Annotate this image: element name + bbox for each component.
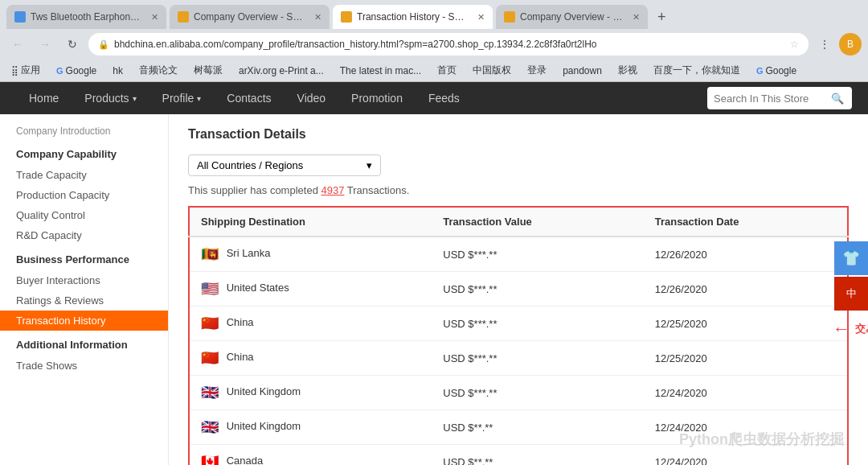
countries-regions-select[interactable]: All Countries / Regions ▾ (188, 154, 381, 176)
flag-1: 🇺🇸 (201, 281, 219, 297)
bookmark-star[interactable]: ☆ (790, 39, 799, 50)
cell-date-0: 12/26/2020 (644, 237, 848, 272)
flag-2: 🇨🇳 (201, 315, 219, 331)
bookmark-google[interactable]: G Google (51, 64, 101, 78)
cell-date-4: 12/24/2020 (644, 376, 848, 410)
nav-products[interactable]: Products ▾ (72, 82, 149, 114)
search-icon[interactable]: 🔍 (831, 93, 844, 105)
tab-label-3: Transaction History - Shenzhe... (357, 11, 469, 23)
right-sidebar-chinese-button[interactable]: 中 (834, 277, 868, 311)
nav-home[interactable]: Home (16, 82, 72, 114)
cell-destination-3: 🇨🇳 China (189, 341, 432, 376)
nav-video[interactable]: Video (285, 82, 339, 114)
nav-contacts[interactable]: Contacts (214, 82, 284, 114)
google-icon: G (56, 66, 63, 76)
sidebar-item-rd-capacity[interactable]: R&D Capacity (0, 225, 168, 245)
bookmark-google2[interactable]: G Google (751, 64, 801, 78)
right-sidebar-shirt-button[interactable]: 👕 (834, 241, 868, 275)
bookmark-video-label: 影视 (618, 64, 637, 77)
bookmark-home[interactable]: 首页 (432, 62, 461, 79)
shirt-icon: 👕 (842, 249, 860, 267)
page-content: Home Products ▾ Profile ▾ Contacts Video… (0, 82, 868, 465)
tab-2[interactable]: Company Overview - Shenzhe... ✕ (170, 5, 330, 29)
country-name-0: Sri Lanka (227, 247, 271, 259)
sidebar-item-trade-capacity[interactable]: Trade Capacity (0, 165, 168, 185)
table-container: Shipping Destination Transaction Value T… (188, 206, 849, 465)
bookmark-raspberry[interactable]: 树莓派 (189, 62, 227, 79)
chinese-label: 中 (846, 286, 857, 301)
country-name-2: China (227, 316, 254, 328)
bookmark-baidu[interactable]: 百度一下，你就知道 (649, 62, 745, 79)
flag-3: 🇨🇳 (201, 350, 219, 366)
bookmark-copyright-label: 中国版权 (473, 64, 511, 77)
forward-button[interactable]: → (34, 33, 56, 56)
annotation-text: 交易记录 (855, 322, 868, 336)
nav-feeds[interactable]: Feeds (416, 82, 473, 114)
tab-close-3[interactable]: ✕ (477, 12, 485, 23)
sidebar-company-intro[interactable]: Company Introduction (0, 122, 168, 140)
tab-4[interactable]: Company Overview - Shenzhe... ✕ (496, 5, 648, 29)
nav-promotion[interactable]: Promotion (338, 82, 416, 114)
sidebar-item-transaction-history[interactable]: Transaction History (0, 311, 168, 331)
tab-close-2[interactable]: ✕ (314, 12, 321, 23)
cell-destination-1: 🇺🇸 United States (189, 272, 432, 307)
nav-products-label: Products (84, 92, 129, 105)
bookmark-login-label: 登录 (527, 64, 547, 77)
bookmark-login[interactable]: 登录 (522, 62, 551, 79)
col-header-date: Transaction Date (644, 207, 848, 237)
table-row: 🇨🇳 China USD $***.** 12/25/2020 (189, 341, 848, 376)
tab-label-1: Tws Bluetooth Earphone Supp... (31, 11, 143, 23)
flag-4: 🇬🇧 (201, 385, 219, 401)
cell-destination-4: 🇬🇧 United Kingdom (189, 376, 432, 410)
search-input[interactable] (714, 93, 826, 105)
address-bar[interactable]: 🔒 bhdchina.en.alibaba.com/company_profil… (88, 33, 809, 56)
bookmark-audio[interactable]: 音频论文 (134, 62, 182, 79)
sidebar-item-ratings-reviews[interactable]: Ratings & Reviews (0, 290, 168, 311)
store-nav: Home Products ▾ Profile ▾ Contacts Video… (0, 82, 868, 114)
sidebar-section-capability: Company Capability (0, 140, 168, 165)
tab-1[interactable]: Tws Bluetooth Earphone Supp... ✕ (6, 5, 166, 29)
extensions-button[interactable]: ⋮ (813, 33, 836, 56)
bookmark-arxiv[interactable]: arXiv.org e-Print a... (234, 64, 329, 78)
new-tab-button[interactable]: + (651, 6, 673, 29)
cell-value-1: USD $***.** (432, 272, 643, 307)
bookmark-arxiv-label: arXiv.org e-Print a... (239, 65, 324, 76)
transaction-prefix: This supplier has completed (188, 184, 321, 196)
transaction-count-link[interactable]: 4937 (321, 184, 344, 196)
filter-select-label: All Countries / Regions (197, 159, 303, 171)
cell-destination-6: 🇨🇦 Canada (189, 445, 432, 466)
table-row: 🇨🇳 China USD $***.** 12/25/2020 (189, 307, 848, 341)
country-name-4: United Kingdom (227, 385, 301, 397)
country-name-1: United States (227, 282, 289, 294)
bookmark-video[interactable]: 影视 (613, 62, 642, 79)
bookmark-mac[interactable]: The latest in mac... (335, 64, 426, 78)
bookmark-home-label: 首页 (437, 64, 457, 77)
nav-contacts-label: Contacts (227, 92, 271, 105)
bookmark-hk[interactable]: hk (108, 64, 128, 78)
sidebar-item-trade-shows[interactable]: Trade Shows (0, 356, 168, 376)
sidebar-section-performance: Business Performance (0, 245, 168, 270)
content-area: Company Introduction Company Capability … (0, 114, 868, 465)
country-name-3: China (227, 351, 254, 363)
tab-close-4[interactable]: ✕ (633, 12, 640, 23)
store-search[interactable]: 🔍 (707, 87, 852, 109)
tab-favicon-3 (341, 11, 352, 23)
tab-3[interactable]: Transaction History - Shenzhe... ✕ (333, 5, 493, 29)
table-row: 🇺🇸 United States USD $***.** 12/26/2020 (189, 272, 848, 307)
address-bar-row: ← → ↻ 🔒 bhdchina.en.alibaba.com/company_… (0, 29, 868, 60)
page-title: Transaction Details (188, 127, 849, 142)
nav-profile[interactable]: Profile ▾ (149, 82, 215, 114)
cell-date-3: 12/25/2020 (644, 341, 848, 376)
bookmark-copyright[interactable]: 中国版权 (468, 62, 516, 79)
bookmark-pandown[interactable]: pandown (558, 64, 607, 78)
sidebar-item-buyer-interactions[interactable]: Buyer Interactions (0, 270, 168, 290)
sidebar-item-production-capacity[interactable]: Production Capacity (0, 185, 168, 205)
bookmark-audio-label: 音频论文 (139, 64, 178, 77)
profile-button[interactable]: B (839, 33, 862, 56)
transaction-suffix: Transactions. (344, 184, 409, 196)
bookmark-apps[interactable]: ⣿ 应用 (6, 62, 45, 79)
sidebar-item-quality-control[interactable]: Quality Control (0, 205, 168, 225)
back-button[interactable]: ← (6, 33, 29, 56)
tab-close-1[interactable]: ✕ (151, 12, 158, 23)
refresh-button[interactable]: ↻ (61, 33, 84, 56)
